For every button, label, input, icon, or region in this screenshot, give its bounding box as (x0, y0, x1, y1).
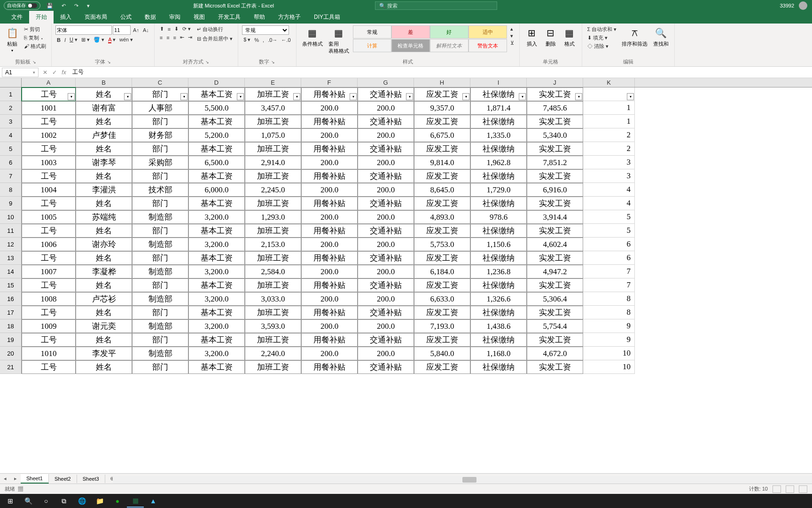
cell[interactable]: 1010 (22, 347, 76, 360)
cell[interactable]: 谢有富 (76, 101, 132, 115)
cell[interactable]: 6,916.0 (527, 183, 583, 197)
row-header[interactable]: 12 (0, 238, 22, 251)
cell[interactable]: 3 (583, 156, 635, 169)
cell[interactable]: 交通补贴 (358, 115, 414, 128)
cell[interactable]: 200.0 (301, 156, 358, 169)
taskview-icon[interactable]: ⧉ (55, 494, 72, 508)
cell[interactable]: 1,871.4 (470, 101, 527, 115)
formula-input[interactable]: 工号 (69, 68, 812, 76)
cell[interactable]: 工号 (22, 251, 76, 265)
cell[interactable]: 1006 (22, 238, 76, 251)
cell[interactable]: 实发工资 (527, 115, 583, 128)
search-task-icon[interactable]: 🔍 (20, 494, 37, 508)
increase-font-icon[interactable]: A↑ (132, 27, 141, 33)
row-header[interactable]: 9 (0, 197, 22, 210)
cell[interactable]: 200.0 (358, 319, 414, 333)
excel-task-icon[interactable]: ▦ (127, 494, 144, 508)
qat-more-icon[interactable]: ▾ (85, 3, 92, 9)
cell[interactable]: 用餐补贴 (301, 224, 358, 238)
cell[interactable]: 200.0 (358, 292, 414, 306)
cell[interactable]: 姓名 (76, 169, 132, 183)
cell[interactable]: 1004 (22, 183, 76, 197)
cell[interactable]: 1002 (22, 128, 76, 142)
cell[interactable]: 社保缴纳 (470, 169, 527, 183)
cell[interactable]: 交通补贴 (358, 333, 414, 347)
cell[interactable]: 姓名 (76, 142, 132, 156)
cell[interactable]: 卢芯衫 (76, 292, 132, 306)
tab-formulas[interactable]: 公式 (114, 11, 138, 24)
align-middle-icon[interactable]: ≡ (166, 26, 172, 32)
cell[interactable]: 社保缴纳 (470, 197, 527, 210)
cell[interactable]: 1008 (22, 292, 76, 306)
cell[interactable]: 实发工资▾ (527, 87, 583, 101)
fx-icon[interactable]: fx (59, 69, 69, 76)
cell[interactable]: 基本工资 (188, 306, 245, 319)
cell[interactable]: 200.0 (358, 238, 414, 251)
cell[interactable]: 姓名 (76, 360, 132, 374)
cell[interactable]: 用餐补贴 (301, 142, 358, 156)
style-gallery-up-icon[interactable]: ▴ (509, 25, 515, 32)
explorer-icon[interactable]: 📁 (91, 494, 108, 508)
cell[interactable]: 2,584.0 (245, 265, 301, 278)
cell[interactable]: 200.0 (301, 183, 358, 197)
cell[interactable]: 8,645.0 (414, 183, 470, 197)
cell[interactable]: 工号 (22, 142, 76, 156)
cell[interactable]: 社保缴纳 (470, 306, 527, 319)
cell[interactable]: 加班工资 (245, 169, 301, 183)
cell[interactable]: 实发工资 (527, 278, 583, 292)
cell[interactable]: 加班工资 (245, 251, 301, 265)
cell[interactable]: 加班工资 (245, 197, 301, 210)
cell[interactable]: 5,200.0 (188, 128, 245, 142)
search-input[interactable]: 🔍 搜索 (375, 1, 497, 10)
cell[interactable]: 1,075.0 (245, 128, 301, 142)
row-header[interactable]: 3 (0, 115, 22, 128)
row-header[interactable]: 11 (0, 224, 22, 238)
filter-dropdown-icon[interactable]: ▾ (68, 93, 75, 100)
font-name-select[interactable] (55, 25, 112, 35)
cell[interactable]: 用餐补贴 (301, 360, 358, 374)
align-left-icon[interactable]: ≡ (158, 34, 164, 41)
cell[interactable]: 200.0 (301, 319, 358, 333)
cell[interactable]: 4 (583, 183, 635, 197)
bold-button[interactable]: B (55, 37, 62, 43)
sheet-tab-3[interactable]: Sheet3 (77, 475, 105, 483)
decrease-font-icon[interactable]: A↓ (141, 27, 150, 33)
cell[interactable]: 制造部 (132, 319, 188, 333)
insert-cells-button[interactable]: ⊞插入 (523, 25, 540, 48)
cell[interactable]: 9 (583, 319, 635, 333)
cell[interactable]: 部门 (132, 251, 188, 265)
cell[interactable]: 李灌洪 (76, 183, 132, 197)
cell[interactable]: 5,500.0 (188, 101, 245, 115)
tab-insert[interactable]: 插入 (54, 11, 78, 24)
cell[interactable]: 工号 (22, 197, 76, 210)
cell[interactable]: 用餐补贴 (301, 278, 358, 292)
decrease-decimal-icon[interactable]: ←.0 (280, 37, 292, 43)
cell[interactable]: 1,168.0 (470, 347, 527, 360)
row-header[interactable]: 2 (0, 101, 22, 115)
cell[interactable]: 实发工资 (527, 306, 583, 319)
fill-color-button[interactable]: 🪣 ▾ (92, 36, 106, 43)
cell[interactable]: 交通补贴 (358, 251, 414, 265)
cell[interactable]: 交通补贴 (358, 360, 414, 374)
col-header-E[interactable]: E (245, 78, 301, 87)
cancel-formula-icon[interactable]: ✕ (40, 69, 50, 76)
cell[interactable]: 1,729.0 (470, 183, 527, 197)
increase-decimal-icon[interactable]: .0→ (266, 37, 279, 43)
cell[interactable]: 实发工资 (527, 224, 583, 238)
cell[interactable]: 200.0 (301, 265, 358, 278)
style-calc[interactable]: 计算 (353, 39, 391, 52)
cell[interactable]: 技术部 (132, 183, 188, 197)
filter-dropdown-icon[interactable]: ▾ (406, 93, 413, 100)
style-neutral[interactable]: 适中 (468, 25, 507, 39)
cell[interactable]: 1 (583, 115, 635, 128)
underline-button[interactable]: U ▾ (68, 36, 79, 43)
row-header[interactable]: 8 (0, 183, 22, 197)
cell[interactable]: 3,200.0 (188, 347, 245, 360)
row-header[interactable]: 1 (0, 87, 22, 101)
cell[interactable]: 工号 (22, 115, 76, 128)
row-header[interactable]: 7 (0, 169, 22, 183)
cell[interactable]: 3,200.0 (188, 319, 245, 333)
tab-help[interactable]: 帮助 (247, 11, 272, 24)
tab-ffgz[interactable]: 方方格子 (272, 11, 307, 24)
cell[interactable]: 制造部 (132, 347, 188, 360)
